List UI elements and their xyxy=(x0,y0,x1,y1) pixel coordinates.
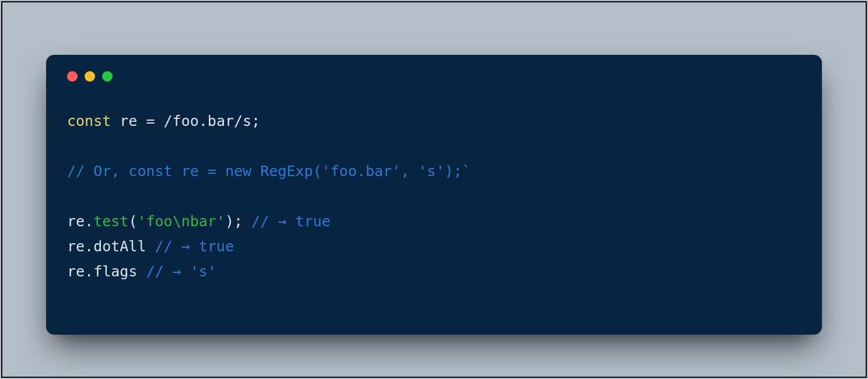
token-keyword: const xyxy=(67,113,111,129)
token-plain: re.flags xyxy=(67,263,146,280)
token-string: 'foo\nbar' xyxy=(137,213,225,230)
token-plain: re.dotAll xyxy=(67,238,155,255)
code-line: re.flags // → 's' xyxy=(67,263,216,280)
code-window: const re = /foo.bar/s; // Or, const re =… xyxy=(46,55,822,335)
code-line: // Or, const re = new RegExp('foo.bar', … xyxy=(67,163,471,180)
minimize-icon[interactable] xyxy=(85,71,95,82)
code-block: const re = /foo.bar/s; // Or, const re =… xyxy=(67,108,801,284)
close-icon[interactable] xyxy=(67,71,78,82)
page-frame: const re = /foo.bar/s; // Or, const re =… xyxy=(1,1,867,378)
token-comment: // → true xyxy=(251,213,330,230)
token-method: test xyxy=(93,213,128,230)
window-controls xyxy=(67,71,801,82)
token-plain: re = /foo.bar/s; xyxy=(111,113,260,129)
code-line: re.dotAll // → true xyxy=(67,238,234,255)
token-plain: ); xyxy=(225,213,251,230)
token-comment: // → true xyxy=(155,238,234,255)
code-line: const re = /foo.bar/s; xyxy=(67,113,260,129)
token-comment: // Or, const re = new RegExp('foo.bar', … xyxy=(67,163,471,180)
token-plain: ( xyxy=(128,213,137,230)
code-line: re.test('foo\nbar'); // → true xyxy=(67,213,331,230)
token-comment: // → 's' xyxy=(146,263,216,280)
maximize-icon[interactable] xyxy=(102,71,113,82)
token-plain: re. xyxy=(67,213,93,230)
